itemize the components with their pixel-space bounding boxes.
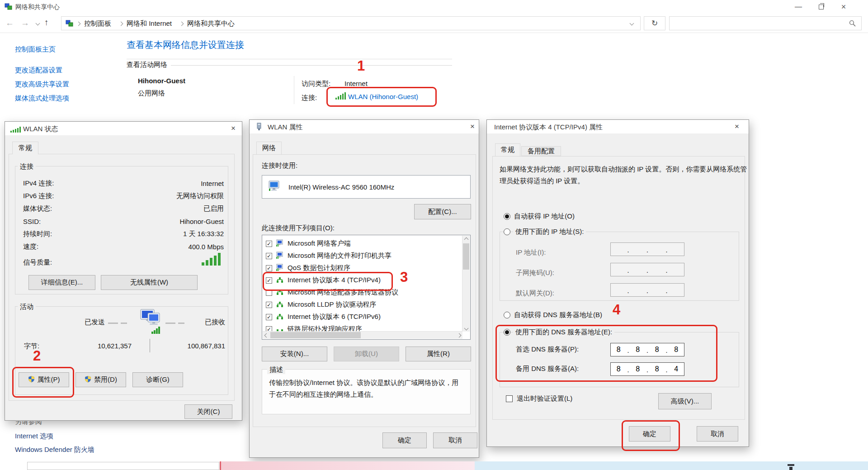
horizontal-scrollbar[interactable] [263, 331, 462, 339]
close-button[interactable]: × [833, 0, 854, 14]
tab-network[interactable]: 网络 [256, 142, 282, 154]
checkbox[interactable]: ✓ [266, 314, 272, 320]
radio-manual-dns-label[interactable]: 使用下面的 DNS 服务器地址(E): [513, 328, 614, 337]
up-icon[interactable]: ↑ [44, 18, 49, 27]
close-icon[interactable]: × [231, 124, 236, 133]
uac-shield-icon [85, 375, 91, 384]
wlan-status-icon [10, 127, 21, 133]
sidebar-item-change-adapter-settings[interactable]: 更改适配器设置 [15, 66, 62, 75]
list-item[interactable]: ✓Microsoft LLDP 协议驱动程序 [262, 299, 376, 311]
validate-checkbox-label[interactable]: 退出时验证设置(L) [517, 394, 572, 403]
tab-label: 常规 [19, 144, 32, 152]
breadcrumb-network-icon [66, 20, 73, 29]
annotation-number-2: 2 [33, 349, 41, 363]
background-window-fragment [27, 462, 219, 470]
disable-button[interactable]: 禁用(D) [75, 372, 126, 387]
tab-alternate-config[interactable]: 备用配置 [521, 146, 561, 156]
radio-auto-dns-label[interactable]: 自动获得 DNS 服务器地址(B) [514, 311, 602, 319]
breadcrumb-control-panel[interactable]: 控制面板 [84, 19, 111, 28]
minimize-button[interactable]: — [788, 0, 809, 14]
scroll-up-icon[interactable] [462, 236, 470, 243]
row-label: IPv6 连接: [23, 192, 54, 200]
radio-auto-dns[interactable] [504, 312, 510, 318]
cancel-button[interactable]: 取消 [697, 426, 738, 442]
sidebar-item-advanced-sharing[interactable]: 更改高级共享设置 [15, 80, 69, 89]
tab-label: 备用配置 [528, 147, 555, 156]
row-label: 持续时间: [23, 230, 52, 238]
sidebar-item-control-panel-home[interactable]: 控制面板主页 [15, 45, 56, 54]
checkbox[interactable]: ✓ [266, 241, 272, 247]
scrollbar-thumb[interactable] [270, 332, 361, 338]
row-value: 无网络访问权限 [176, 192, 224, 200]
divider [294, 76, 294, 104]
description-group-label: 描述 [267, 366, 285, 374]
back-icon[interactable]: ← [5, 19, 14, 27]
restore-button[interactable] [811, 0, 831, 14]
status-row: 媒体状态:已启用 [23, 202, 224, 215]
close-icon[interactable]: × [735, 122, 739, 131]
checkbox[interactable] [266, 290, 272, 296]
bytes-sent-value: 10,621,357 [73, 342, 132, 350]
radio-manual-ip[interactable] [504, 228, 510, 235]
search-input[interactable] [669, 16, 862, 30]
breadcrumb-separator-icon [119, 22, 123, 26]
sidebar-item-defender-firewall[interactable]: Windows Defender 防火墙 [15, 446, 94, 454]
list-item[interactable]: ✓Microsoft 网络客户端 [262, 237, 351, 250]
address-dropdown-icon[interactable] [630, 21, 634, 26]
properties-button[interactable]: 属性(P) [19, 372, 69, 387]
dns-primary-input[interactable]: 8.8.8.8 [610, 343, 684, 356]
button-label: 属性(P) [38, 375, 60, 384]
scroll-down-icon[interactable] [462, 324, 470, 332]
close-icon[interactable]: × [470, 122, 475, 131]
list-item[interactable]: ✓Microsoft 网络的文件和打印机共享 [262, 250, 392, 262]
sidebar-item-internet-options[interactable]: Internet 选项 [15, 432, 53, 441]
dns-alternate-input[interactable]: 8.8.8.4 [610, 362, 684, 376]
list-item-tcpipv4[interactable]: ✓Internet 协议版本 4 (TCP/IPv4) [262, 274, 381, 286]
breadcrumb-network-sharing[interactable]: 网络和共享中心 [187, 19, 235, 28]
sidebar-item-media-streaming[interactable]: 媒体流式处理选项 [15, 94, 69, 103]
configure-button[interactable]: 配置(C)... [414, 204, 471, 219]
checkbox[interactable]: ✓ [266, 253, 272, 259]
scrollbar-thumb[interactable] [463, 243, 469, 270]
ok-button[interactable]: 确定 [382, 432, 427, 448]
radio-auto-ip-label[interactable]: 自动获得 IP 地址(O) [514, 212, 575, 221]
close-dialog-button[interactable]: 关闭(C) [184, 404, 232, 419]
nav-history-chevron-icon[interactable] [36, 21, 40, 26]
wlan-connection-link[interactable]: WLAN (Hihonor-Guest) [348, 93, 418, 100]
details-button[interactable]: 详细信息(E)... [28, 275, 95, 290]
scroll-right-icon[interactable] [455, 332, 462, 339]
tab-general[interactable]: 常规 [12, 142, 38, 154]
window-title: 网络和共享中心 [15, 3, 60, 11]
refresh-button[interactable]: ↻ [644, 16, 665, 30]
checkbox[interactable]: ✓ [266, 265, 272, 271]
radio-manual-dns[interactable] [504, 329, 510, 336]
diagnose-button[interactable]: 诊断(G) [132, 372, 183, 387]
breadcrumb-network-internet[interactable]: 网络和 Internet [127, 19, 172, 28]
button-label: 确定 [398, 436, 411, 445]
list-item[interactable]: ✓Internet 协议版本 6 (TCP/IPv6) [262, 311, 381, 323]
radio-auto-ip[interactable] [504, 213, 510, 220]
radio-manual-ip-label[interactable]: 使用下面的 IP 地址(S): [513, 228, 586, 236]
wireless-properties-button[interactable]: 无线属性(W) [101, 275, 198, 290]
vertical-scrollbar[interactable] [462, 236, 470, 332]
address-bar[interactable]: 控制面板 网络和 Internet 网络和共享中心 [61, 16, 641, 30]
forward-icon[interactable]: → [21, 19, 29, 27]
protocol-list[interactable]: ✓Microsoft 网络客户端 ✓Microsoft 网络的文件和打印机共享 … [262, 235, 471, 340]
checkbox[interactable]: ✓ [266, 302, 272, 308]
install-button[interactable]: 安装(N)... [262, 347, 327, 361]
scroll-left-icon[interactable] [263, 332, 270, 339]
validate-checkbox[interactable] [506, 395, 513, 402]
item-properties-button[interactable]: 属性(R) [406, 347, 471, 361]
advanced-button[interactable]: 高级(V)... [658, 393, 712, 409]
cancel-button[interactable]: 取消 [433, 432, 477, 448]
item-label: QoS 数据包计划程序 [288, 264, 350, 272]
ok-button[interactable]: 确定 [629, 426, 670, 442]
network-sharing-center-window: 网络和共享中心 — × ← → ↑ 控制面板 网络和 Internet 网络和共… [0, 0, 868, 470]
tab-general[interactable]: 常规 [495, 143, 520, 156]
list-item[interactable]: ✓QoS 数据包计划程序 [262, 262, 350, 274]
checkbox[interactable]: ✓ [266, 277, 272, 284]
row-value: 已启用 [203, 204, 224, 213]
button-label: 安装(N)... [280, 350, 309, 358]
item-label: Internet 协议版本 4 (TCP/IPv4) [288, 276, 381, 285]
list-item[interactable]: Microsoft 网络适配器多路传送器协议 [262, 286, 398, 299]
